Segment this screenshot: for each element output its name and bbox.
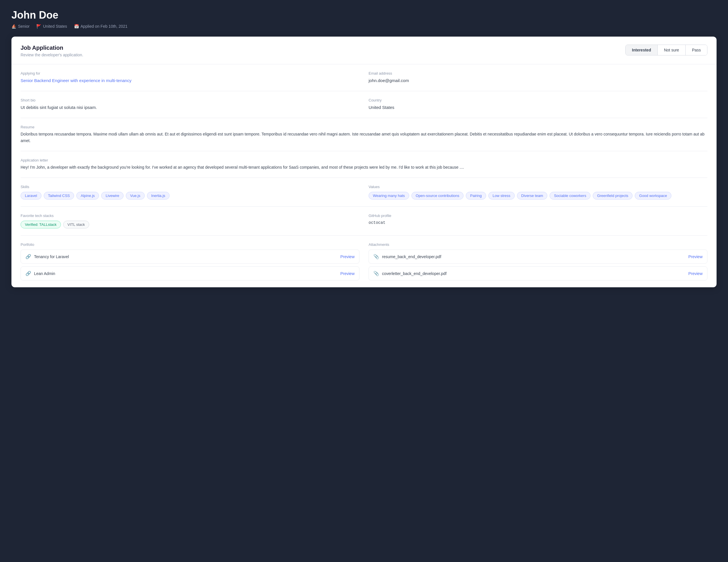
value-tag: Greenfield projects xyxy=(593,192,632,200)
skills-field: Skills LaravelTailwind CSSAlpine.jsLivew… xyxy=(21,185,359,200)
resume-section: Resume Doloribus tempora recusandae temp… xyxy=(21,118,707,151)
values-field: Values Wearing many hatsOpen-source cont… xyxy=(369,185,707,200)
attachments-label: Attachments xyxy=(369,242,707,247)
email-field: Email address john.doe@gmail.com xyxy=(369,71,707,84)
card-subtitle: Review the developer's application. xyxy=(21,53,83,57)
skill-tag: Livewire xyxy=(101,192,124,200)
values-label: Values xyxy=(369,185,707,189)
card-header: Job Application Review the developer's a… xyxy=(11,37,717,64)
calendar-icon: 📅 xyxy=(74,24,79,29)
value-tag: Low stress xyxy=(488,192,515,200)
github-label: GitHub profile xyxy=(369,214,707,218)
applying-for-field: Applying for Senior Backend Engineer wit… xyxy=(21,71,359,84)
value-tag: Wearing many hats xyxy=(369,192,409,200)
short-bio-field: Short bio Ut debitis sint fugiat ut solu… xyxy=(21,98,359,111)
interested-button[interactable]: Interested xyxy=(626,45,658,55)
value-tag: Diverse team xyxy=(517,192,548,200)
stacks-tags: Verified: TALLstackVITL stack xyxy=(21,221,359,228)
skill-tag: Inertia.js xyxy=(147,192,170,200)
skill-tag: Alpine.js xyxy=(76,192,99,200)
date-meta: 📅 Applied on Feb 10th, 2021 xyxy=(74,24,128,29)
country-value: United States xyxy=(369,104,707,111)
card-body: Applying for Senior Backend Engineer wit… xyxy=(11,64,717,287)
action-buttons: Interested Not sure Pass xyxy=(625,45,707,55)
card-header-text: Job Application Review the developer's a… xyxy=(21,45,83,57)
value-tag: Open-source contributions xyxy=(411,192,464,200)
attachments-list: 📎 resume_back_end_developer.pdf Preview … xyxy=(369,250,707,280)
value-tag: Sociable coworkers xyxy=(550,192,590,200)
portfolio-item-name: 🔗 Tenancy for Laravel xyxy=(25,254,69,259)
app-letter-section: Application letter Hey! I'm John, a deve… xyxy=(21,151,707,178)
github-field: GitHub profile octocat xyxy=(369,214,707,228)
resume-text: Doloribus tempora recusandae tempora. Ma… xyxy=(21,131,707,144)
value-tag: Good workspace xyxy=(635,192,671,200)
value-tag: Pairing xyxy=(466,192,486,200)
stack-tag: Verified: TALLstack xyxy=(21,221,61,228)
skill-tag: Tailwind CSS xyxy=(44,192,74,200)
portfolio-preview-link[interactable]: Preview xyxy=(340,271,355,276)
clip-icon: 📎 xyxy=(373,271,379,276)
clip-icon: 📎 xyxy=(373,254,379,259)
applying-email-section: Applying for Senior Backend Engineer wit… xyxy=(21,64,707,91)
portfolio-label: Portfolio xyxy=(21,242,359,247)
portfolio-field: Portfolio 🔗 Tenancy for Laravel Preview … xyxy=(21,242,359,280)
country-field: Country United States xyxy=(369,98,707,111)
stacks-github-section: Favorite tech stacks Verified: TALLstack… xyxy=(21,207,707,236)
attachment-item-name: 📎 coverletter_back_end_developer.pdf xyxy=(373,271,447,276)
skills-values-section: Skills LaravelTailwind CSSAlpine.jsLivew… xyxy=(21,178,707,207)
page-header: John Doe ⛵ Senior 🚩 United States 📅 Appl… xyxy=(11,9,717,29)
email-label: Email address xyxy=(369,71,707,75)
portfolio-item-name: 🔗 Lean Admin xyxy=(25,271,55,276)
resume-label: Resume xyxy=(21,125,707,129)
page-meta: ⛵ Senior 🚩 United States 📅 Applied on Fe… xyxy=(11,24,717,29)
level-meta: ⛵ Senior xyxy=(11,24,29,29)
attachment-preview-link[interactable]: Preview xyxy=(688,271,703,276)
country-meta: 🚩 United States xyxy=(36,24,67,29)
job-application-card: Job Application Review the developer's a… xyxy=(11,37,717,287)
values-tags: Wearing many hatsOpen-source contributio… xyxy=(369,192,707,200)
pass-button[interactable]: Pass xyxy=(686,45,707,55)
portfolio-row: 🔗 Tenancy for Laravel Preview xyxy=(21,250,359,264)
link-icon: 🔗 xyxy=(25,254,31,259)
short-bio-value: Ut debitis sint fugiat ut soluta nisi ip… xyxy=(21,104,359,111)
portfolio-row: 🔗 Lean Admin Preview xyxy=(21,266,359,280)
flag-icon: 🚩 xyxy=(36,24,41,29)
not-sure-button[interactable]: Not sure xyxy=(658,45,686,55)
attachment-item-name: 📎 resume_back_end_developer.pdf xyxy=(373,254,441,259)
portfolio-list: 🔗 Tenancy for Laravel Preview 🔗 Lean Adm… xyxy=(21,250,359,280)
country-label: Country xyxy=(369,98,707,102)
skill-tag: Vue.js xyxy=(126,192,145,200)
app-letter-text: Hey! I'm John, a developer with exactly … xyxy=(21,164,707,171)
fav-stacks-field: Favorite tech stacks Verified: TALLstack… xyxy=(21,214,359,228)
attachment-row: 📎 resume_back_end_developer.pdf Preview xyxy=(369,250,707,264)
portfolio-attachments-section: Portfolio 🔗 Tenancy for Laravel Preview … xyxy=(21,236,707,287)
stack-tag: VITL stack xyxy=(63,221,89,228)
card-title: Job Application xyxy=(21,45,83,51)
candidate-name: John Doe xyxy=(11,9,717,21)
link-icon: 🔗 xyxy=(25,271,31,276)
skills-tags: LaravelTailwind CSSAlpine.jsLivewireVue.… xyxy=(21,192,359,200)
bio-country-section: Short bio Ut debitis sint fugiat ut solu… xyxy=(21,91,707,118)
portfolio-preview-link[interactable]: Preview xyxy=(340,254,355,259)
level-icon: ⛵ xyxy=(11,24,16,29)
app-letter-label: Application letter xyxy=(21,158,707,162)
skills-label: Skills xyxy=(21,185,359,189)
short-bio-label: Short bio xyxy=(21,98,359,102)
attachment-preview-link[interactable]: Preview xyxy=(688,254,703,259)
applying-for-value[interactable]: Senior Backend Engineer with experience … xyxy=(21,78,132,83)
attachment-row: 📎 coverletter_back_end_developer.pdf Pre… xyxy=(369,266,707,280)
github-value: octocat xyxy=(369,220,707,226)
applying-for-label: Applying for xyxy=(21,71,359,75)
attachments-field: Attachments 📎 resume_back_end_developer.… xyxy=(369,242,707,280)
email-value: john.doe@gmail.com xyxy=(369,77,707,84)
skill-tag: Laravel xyxy=(21,192,41,200)
fav-stacks-label: Favorite tech stacks xyxy=(21,214,359,218)
